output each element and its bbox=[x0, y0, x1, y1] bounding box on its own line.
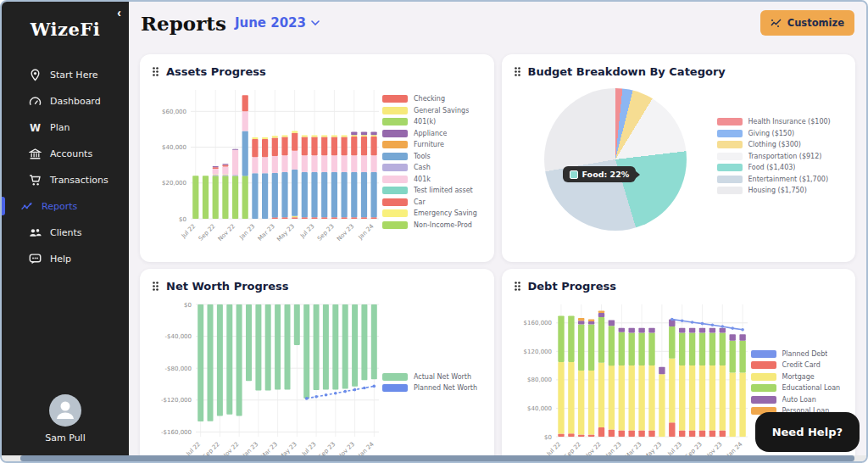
card-title: Assets Progress bbox=[166, 65, 266, 78]
legend-item[interactable]: Tools bbox=[382, 153, 482, 160]
customize-sparkline-icon bbox=[771, 18, 782, 28]
legend-item[interactable]: Food ($1,403) bbox=[717, 164, 844, 171]
legend-swatch-icon bbox=[717, 164, 743, 171]
svg-text:$160,000: $160,000 bbox=[523, 320, 551, 326]
legend-item[interactable]: Car bbox=[382, 198, 482, 206]
drag-handle-icon[interactable] bbox=[152, 281, 159, 292]
svg-text:Nov 23: Nov 23 bbox=[336, 223, 355, 243]
tooltip-label: Food: 22% bbox=[582, 170, 630, 179]
svg-text:Mar 23: Mar 23 bbox=[623, 441, 643, 455]
sidebar-item-reports[interactable]: Reports bbox=[2, 193, 129, 220]
legend-label: Planned Debt bbox=[782, 350, 828, 358]
legend-label: Test limited asset bbox=[414, 187, 473, 194]
legend-item[interactable]: Checking bbox=[382, 95, 482, 103]
sidebar-item-label: Accounts bbox=[50, 148, 92, 159]
legend-item[interactable]: Furniture bbox=[382, 141, 482, 148]
legend-item[interactable]: Auto Loan bbox=[751, 396, 844, 404]
start-here-icon bbox=[29, 69, 42, 81]
budget-pie-chart[interactable]: Food: 22% bbox=[514, 81, 717, 231]
period-selector[interactable]: June 2023 bbox=[235, 15, 320, 31]
legend-item[interactable]: Emergency Saving bbox=[382, 209, 482, 217]
legend-label: Clothing ($300) bbox=[748, 141, 801, 148]
legend-item[interactable]: Planned Net Worth bbox=[382, 384, 482, 392]
card-title: Net Worth Progress bbox=[166, 280, 289, 293]
drag-handle-icon[interactable] bbox=[152, 66, 159, 77]
user-name: Sam Pull bbox=[2, 432, 129, 443]
svg-text:$0: $0 bbox=[184, 302, 192, 309]
legend-item[interactable]: Cash bbox=[382, 164, 482, 171]
legend-swatch-icon bbox=[717, 153, 743, 160]
drag-handle-icon[interactable] bbox=[514, 66, 521, 77]
svg-text:$40,000: $40,000 bbox=[162, 144, 186, 151]
assets-legend: CheckingGeneral Savings401(k)ApplianceFu… bbox=[382, 81, 482, 229]
svg-text:Jan 24: Jan 24 bbox=[357, 440, 376, 455]
sidebar-item-plan[interactable]: WPlan bbox=[2, 114, 129, 141]
legend-swatch-icon bbox=[382, 107, 408, 114]
legend-label: 401k bbox=[414, 176, 431, 183]
net-worth-chart[interactable]: $0-$40,000-$80,000-$120,000-$160,000Jul … bbox=[152, 296, 382, 455]
customize-button[interactable]: Customize bbox=[760, 10, 854, 36]
legend-item[interactable]: Housing ($1,750) bbox=[717, 187, 844, 194]
debt-progress-chart[interactable]: $0$40,000$80,000$120,000$160,000Jul 22Se… bbox=[514, 296, 751, 455]
legend-item[interactable]: Planned Debt bbox=[751, 350, 844, 358]
legend-label: Tools bbox=[414, 153, 431, 160]
legend-item[interactable]: Non-Income-Prod bbox=[382, 221, 482, 229]
svg-text:Mar 23: Mar 23 bbox=[257, 223, 276, 243]
legend-item[interactable]: 401k bbox=[382, 176, 482, 183]
legend-label: Health Insurance ($100) bbox=[748, 118, 831, 126]
legend-swatch-icon bbox=[717, 187, 743, 194]
legend-item[interactable]: General Savings bbox=[382, 107, 482, 114]
svg-text:Jul 22: Jul 22 bbox=[180, 223, 197, 240]
sidebar-item-transactions[interactable]: Transactions bbox=[2, 167, 129, 193]
svg-text:May 23: May 23 bbox=[278, 441, 298, 455]
svg-text:Jan 23: Jan 23 bbox=[604, 441, 622, 455]
legend-item[interactable]: Clothing ($300) bbox=[717, 141, 844, 148]
scrollbar-thumb[interactable] bbox=[20, 455, 854, 461]
person-icon bbox=[48, 393, 82, 427]
legend-item[interactable]: Educational Loan bbox=[751, 384, 844, 392]
svg-text:-$80,000: -$80,000 bbox=[165, 365, 192, 372]
legend-item[interactable]: Test limited asset bbox=[382, 187, 482, 194]
svg-text:Sep 22: Sep 22 bbox=[198, 223, 217, 243]
svg-text:Nov 22: Nov 22 bbox=[582, 441, 602, 455]
svg-text:$120,000: $120,000 bbox=[523, 349, 551, 355]
card-net-worth-progress: Net Worth Progress $0-$40,000-$80,000-$1… bbox=[140, 269, 494, 455]
legend-item[interactable]: 401(k) bbox=[382, 118, 482, 126]
drag-handle-icon[interactable] bbox=[514, 281, 521, 292]
svg-text:Sep 22: Sep 22 bbox=[563, 441, 582, 455]
sidebar-collapse-button[interactable]: ‹ bbox=[117, 7, 121, 19]
chevron-down-icon bbox=[311, 20, 320, 25]
plan-icon: W bbox=[29, 121, 42, 134]
horizontal-scrollbar[interactable] bbox=[2, 455, 866, 461]
legend-item[interactable]: Giving ($150) bbox=[717, 130, 844, 137]
legend-item[interactable]: Actual Net Worth bbox=[382, 373, 482, 381]
legend-item[interactable]: Transportation ($912) bbox=[717, 153, 844, 160]
svg-text:Mar 23: Mar 23 bbox=[259, 441, 279, 455]
legend-swatch-icon bbox=[382, 141, 408, 148]
svg-text:May 23: May 23 bbox=[275, 223, 296, 243]
budget-legend: Health Insurance ($100)Giving ($150)Clot… bbox=[717, 81, 844, 231]
legend-label: Car bbox=[414, 198, 426, 206]
svg-text:Nov 22: Nov 22 bbox=[220, 441, 240, 455]
need-help-button[interactable]: Need Help? bbox=[755, 412, 860, 452]
sidebar-item-dashboard[interactable]: Dashboard bbox=[2, 88, 129, 114]
legend-item[interactable]: Appliance bbox=[382, 130, 482, 137]
transactions-icon bbox=[29, 174, 42, 187]
legend-label: Mortgage bbox=[782, 373, 815, 381]
assets-progress-chart[interactable]: $0$20,000$40,000$60,000Jul 22Sep 22Nov 2… bbox=[152, 81, 382, 251]
legend-item[interactable]: Mortgage bbox=[751, 373, 844, 381]
sidebar-item-help[interactable]: Help bbox=[2, 246, 129, 272]
page-title: Reports bbox=[141, 12, 226, 35]
sidebar-item-start-here[interactable]: Start Here bbox=[2, 62, 129, 88]
svg-text:Nov 23: Nov 23 bbox=[337, 441, 356, 455]
sidebar-item-accounts[interactable]: Accounts bbox=[2, 141, 129, 167]
user-avatar[interactable] bbox=[48, 393, 82, 427]
legend-item[interactable]: Credit Card bbox=[751, 361, 844, 369]
user-section: Sam Pull bbox=[2, 393, 129, 443]
pie-graphic[interactable] bbox=[544, 88, 687, 231]
legend-item[interactable]: Entertainment ($1,700) bbox=[717, 176, 844, 183]
sidebar-item-clients[interactable]: Clients bbox=[2, 220, 129, 246]
legend-item[interactable]: Health Insurance ($100) bbox=[717, 118, 844, 126]
legend-swatch-icon bbox=[382, 118, 408, 126]
legend-label: 401(k) bbox=[414, 118, 436, 126]
